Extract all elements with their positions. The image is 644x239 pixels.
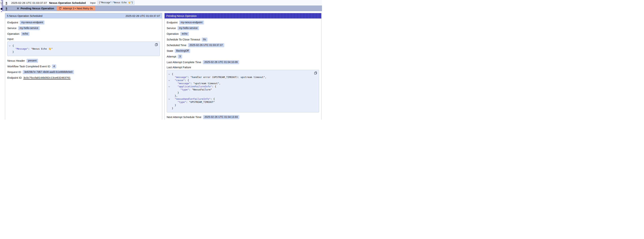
field-label: Operation — [167, 32, 179, 35]
field-value-chip: 4 — [52, 64, 56, 68]
field-state: State BackingOff — [167, 49, 319, 53]
event-id-link[interactable]: 5 — [6, 7, 7, 10]
event-timestamp: 2025-02-26 UTC 01:03:37.07 — [11, 1, 47, 4]
field-operation: Operation echo — [167, 32, 319, 36]
pending-panel-fields: Endpoint my-nexus-endpoint Service my-he… — [164, 18, 322, 120]
field-label: Request ID — [7, 70, 21, 74]
timeline — [0, 0, 4, 13]
field-value-chip: my-hello-service — [18, 26, 40, 30]
field-value-chip: echo — [180, 32, 189, 36]
field-label: Attempt — [167, 55, 176, 58]
code-line: "message": "upstream timeout", — [167, 82, 311, 85]
field-request-id: Request ID 3e829b7e-7d67-4b08-aad3-b1e86… — [7, 70, 160, 74]
field-value-chip: echo — [21, 32, 30, 36]
code-line: "nexusHandlerFailureInfo": { — [167, 97, 311, 100]
field-value-chip: 2025-02-26 UTC 01:04:10.09 — [203, 60, 239, 64]
field-label: Operation — [7, 32, 20, 35]
field-endpoint: Endpoint my-nexus-endpoint — [7, 20, 160, 24]
field-nexus-header: Nexus Header present — [7, 58, 160, 63]
event-id-link[interactable]: 5 — [6, 1, 7, 4]
pending-asterisk-icon — [17, 7, 19, 10]
field-value-chip: my-nexus-endpoint — [179, 20, 204, 24]
retry-badge-label: Attempt 3 • Next Retry 0s — [63, 7, 93, 10]
event-history-screen: 5 2025-02-26 UTC 01:03:37.07 Nexus Opera… — [0, 0, 322, 120]
field-value-chip: 3e829b7e-7d67-4b08-aad3-b1e868bfe9e0 — [23, 70, 74, 74]
field-label: Nexus Header — [7, 59, 25, 62]
json-code: { "message": "handler error (UPSTREAM_TI… — [167, 72, 311, 110]
collapse-chevron-icon[interactable] — [9, 45, 10, 46]
collapse-chevron-icon[interactable] — [168, 98, 170, 100]
failure-code-block: { "message": "handler error (UPSTREAM_TI… — [167, 70, 319, 112]
event-marker-icon[interactable] — [0, 2, 2, 4]
copy-button[interactable] — [155, 43, 158, 46]
code-line: } — [8, 50, 152, 54]
field-label: State — [167, 49, 173, 52]
field-value-chip: BackingOff — [175, 49, 190, 53]
field-label: Next Attempt Schedule Time — [167, 116, 201, 118]
field-endpoint: Endpoint my-nexus-endpoint — [167, 20, 319, 24]
panel-title: Pending Nexus Operation — [166, 14, 197, 18]
field-workflow-task-completed-event-id: Workflow Task Completed Event ID 4 — [7, 64, 160, 68]
copy-button[interactable] — [314, 72, 317, 74]
endpoint-id-link[interactable]: 3c0c75ccfa8144b092c13ce632463761 — [23, 76, 70, 79]
field-value-chip: 2025-02-26 UTC 01:03:37.07 — [188, 43, 224, 47]
field-next-attempt-schedule-time: Next Attempt Schedule Time 2025-02-26 UT… — [167, 115, 319, 119]
scheduled-event-panel: 5 Nexus Operation Scheduled 2025-02-26 U… — [5, 13, 162, 120]
field-value-chip: 0s — [202, 38, 208, 42]
collapse-chevron-icon[interactable] — [168, 80, 170, 81]
timeline-accent-bar — [2, 0, 3, 11]
field-label: Endpoint — [7, 21, 18, 24]
field-value-chip: my-nexus-endpoint — [20, 20, 44, 24]
event-row-scheduled[interactable]: 5 2025-02-26 UTC 01:03:37.07 Nexus Opera… — [3, 0, 322, 6]
code-line: "message": "handler error (UPSTREAM_TIME… — [167, 76, 311, 79]
code-line: "cause": { — [167, 79, 311, 82]
scheduled-panel-header: 5 Nexus Operation Scheduled 2025-02-26 U… — [5, 13, 162, 18]
field-schedule-to-close-timeout: Schedule To Close Timeout 0s — [167, 37, 319, 42]
event-rows: 5 2025-02-26 UTC 01:03:37.07 Nexus Opera… — [3, 0, 322, 11]
field-label: Scheduled Time — [167, 44, 186, 47]
code-line: "Message": "Nexus Echo 👋" — [8, 47, 152, 50]
copy-icon — [314, 72, 317, 74]
field-endpoint-id: Endpoint ID 3c0c75ccfa8144b092c13ce63246… — [7, 76, 160, 80]
field-value-chip: 2025-02-26 UTC 01:04:13.93 — [203, 115, 239, 119]
field-service: Service my-hello-service — [167, 26, 319, 30]
event-row-pending-selected[interactable]: 5 Pending Nexus Operation Attempt 3 • Ne… — [3, 6, 322, 11]
event-title: Pending Nexus Operation — [20, 7, 54, 10]
field-label: Schedule To Close Timeout — [167, 38, 200, 41]
field-label: Endpoint ID — [7, 76, 22, 79]
panel-title: 5 Nexus Operation Scheduled — [7, 14, 42, 18]
code-line: "type": "NexusFailure" — [167, 88, 311, 91]
code-line: "type": "UPSTREAM_TIMEOUT" — [167, 100, 311, 104]
collapse-chevron-icon[interactable] — [168, 73, 170, 75]
retry-badge: Attempt 3 • Next Retry 0s — [56, 6, 95, 10]
field-value-chip: 3 — [178, 54, 182, 58]
collapse-chevron-icon[interactable] — [168, 86, 170, 87]
field-scheduled-time: Scheduled Time 2025-02-26 UTC 01:03:37.0… — [167, 43, 319, 47]
input-section-label: Input — [7, 37, 160, 40]
field-service: Service my-hello-service — [7, 26, 160, 30]
panel-timestamp: 2025-02-26 UTC 01:03:37.07 — [126, 14, 160, 18]
input-code-block: { "Message": "Nexus Echo 👋"} — [7, 42, 160, 56]
last-attempt-failure-label: Last Attempt Failure — [167, 66, 319, 69]
pending-panel-header: Pending Nexus Operation — [164, 13, 322, 18]
field-value-chip: present — [26, 59, 38, 63]
code-line: "applicationFailureInfo": { — [167, 85, 311, 88]
code-line: } — [167, 104, 311, 107]
field-label: Service — [7, 26, 16, 30]
event-title: Nexus Operation Scheduled — [49, 1, 86, 4]
code-line: } — [167, 107, 311, 110]
copy-icon — [155, 43, 158, 46]
event-detail-panels: 5 Nexus Operation Scheduled 2025-02-26 U… — [5, 13, 322, 120]
pending-operation-panel: Pending Nexus Operation Endpoint my-nexu… — [164, 13, 322, 120]
timeline-dashed-line — [1, 0, 2, 12]
field-label: Last Attempt Complete Time — [167, 60, 201, 64]
selected-event-marker-icon[interactable] — [1, 8, 2, 10]
field-operation: Operation echo — [7, 32, 160, 36]
code-line: { — [167, 72, 311, 76]
retry-icon — [59, 7, 62, 10]
json-code: { "Message": "Nexus Echo 👋"} — [8, 44, 152, 54]
field-label: Workflow Task Completed Event ID — [7, 65, 50, 68]
field-last-attempt-complete-time: Last Attempt Complete Time 2025-02-26 UT… — [167, 60, 319, 64]
input-preview-chip: {"Message":"Nexus Echo 👋"} — [97, 1, 134, 5]
code-line: } — [167, 91, 311, 94]
